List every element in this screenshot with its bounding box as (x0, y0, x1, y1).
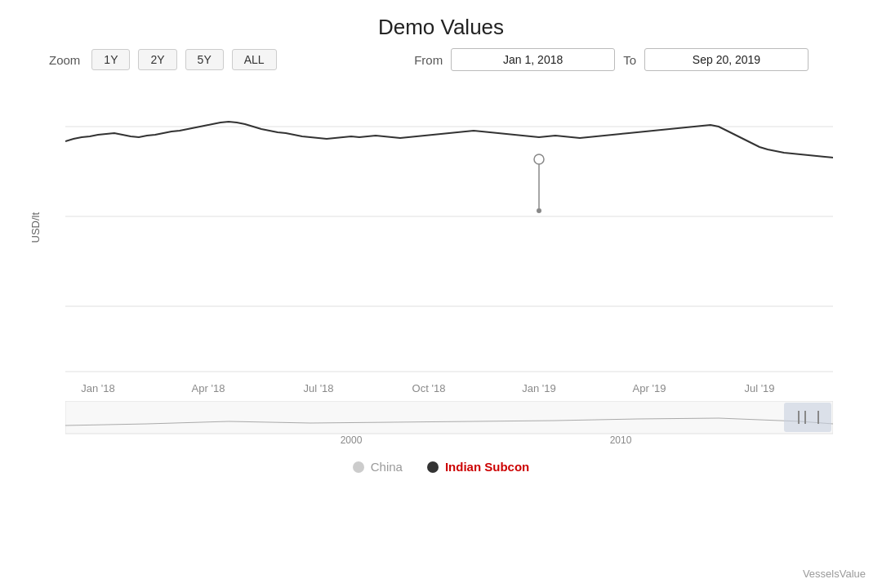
y-axis-label: USD/lt (29, 212, 42, 243)
chart-title: Demo Values (0, 0, 882, 48)
navigator-area: 2000 2010 (65, 401, 833, 450)
china-dot (353, 461, 364, 473)
indian-subcon-line (65, 122, 833, 158)
chart-area: USD/lt 400 200 0 Jan '18 Apr '18 Jul '18… (65, 78, 833, 396)
svg-text:Jan '19: Jan '19 (522, 382, 556, 394)
to-label: To (623, 53, 636, 67)
legend-indian-subcon: Indian Subcon (427, 460, 529, 474)
from-label: From (414, 53, 443, 67)
svg-text:2010: 2010 (610, 434, 632, 446)
indian-label: Indian Subcon (445, 460, 529, 474)
date-range: From To (414, 48, 808, 71)
zoom-5y-button[interactable]: 5Y (185, 49, 224, 70)
chart-container: Demo Values Zoom 1Y 2Y 5Y ALL From To US… (0, 0, 882, 588)
vessels-value-branding: VesselsValue (803, 568, 866, 580)
zoom-all-button[interactable]: ALL (232, 49, 277, 70)
to-date-input[interactable] (644, 48, 808, 71)
svg-text:Jan '18: Jan '18 (81, 382, 115, 394)
crosshair-circle (534, 154, 544, 164)
svg-text:Oct '18: Oct '18 (412, 382, 446, 394)
zoom-2y-button[interactable]: 2Y (138, 49, 176, 70)
svg-rect-14 (65, 401, 833, 434)
svg-text:Jul '18: Jul '18 (303, 382, 333, 394)
zoom-label: Zoom (49, 53, 80, 67)
svg-text:Apr '19: Apr '19 (633, 382, 666, 394)
main-chart-svg: 400 200 0 Jan '18 Apr '18 Jul '18 Oct '1… (65, 78, 833, 396)
indian-dot (427, 461, 439, 473)
zoom-1y-button[interactable]: 1Y (91, 49, 130, 70)
svg-text:Jul '19: Jul '19 (744, 382, 774, 394)
from-date-input[interactable] (451, 48, 615, 71)
china-label: China (371, 460, 403, 474)
legend: China Indian Subcon (0, 460, 882, 474)
crosshair-dot (537, 208, 541, 213)
navigator-handle[interactable] (784, 403, 831, 432)
legend-china: China (353, 460, 403, 474)
svg-text:Apr '18: Apr '18 (192, 382, 225, 394)
navigator-svg: 2000 2010 (65, 401, 833, 446)
svg-text:2000: 2000 (341, 434, 363, 446)
controls-bar: Zoom 1Y 2Y 5Y ALL From To (0, 48, 882, 71)
